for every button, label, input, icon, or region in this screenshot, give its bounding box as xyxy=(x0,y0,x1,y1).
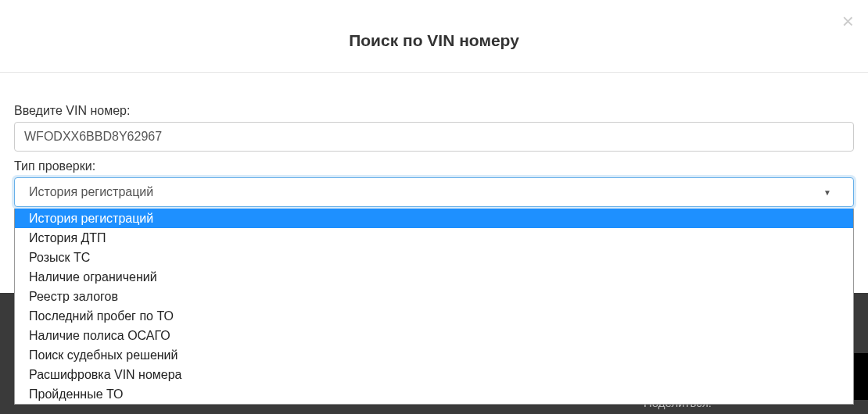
dropdown-option[interactable]: Расшифровка VIN номера xyxy=(15,365,853,384)
dropdown-option[interactable]: История ДТП xyxy=(15,228,853,248)
dropdown-option[interactable]: История регистраций xyxy=(15,209,853,228)
vin-label: Введите VIN номер: xyxy=(14,104,854,118)
dropdown-option[interactable]: Поиск судебных решений xyxy=(15,345,853,365)
modal-title: Поиск по VIN номеру xyxy=(0,31,868,50)
dropdown-option[interactable]: Розыск ТС xyxy=(15,248,853,267)
check-type-select[interactable]: История регистраций ▼ История регистраци… xyxy=(14,177,854,207)
vin-input[interactable] xyxy=(14,122,854,152)
modal-body: Введите VIN номер: Тип проверки: История… xyxy=(0,73,868,207)
check-type-label: Тип проверки: xyxy=(14,159,854,173)
chevron-down-icon: ▼ xyxy=(823,188,831,197)
dropdown-option[interactable]: Последний пробег по ТО xyxy=(15,306,853,326)
modal-header: × Поиск по VIN номеру xyxy=(0,0,868,73)
dropdown-option[interactable]: Наличие ограничений xyxy=(15,267,853,287)
dropdown-option[interactable]: Наличие полиса ОСАГО xyxy=(15,326,853,345)
select-value: История регистраций xyxy=(29,185,153,199)
close-icon[interactable]: × xyxy=(842,11,854,31)
dropdown-option[interactable]: Пройденные ТО xyxy=(15,384,853,404)
dropdown-option[interactable]: Реестр залогов xyxy=(15,287,853,306)
vin-search-modal: × Поиск по VIN номеру Введите VIN номер:… xyxy=(0,0,868,414)
dropdown-list: История регистрацийИстория ДТПРозыск ТСН… xyxy=(14,209,854,405)
select-display[interactable]: История регистраций ▼ xyxy=(14,177,854,207)
